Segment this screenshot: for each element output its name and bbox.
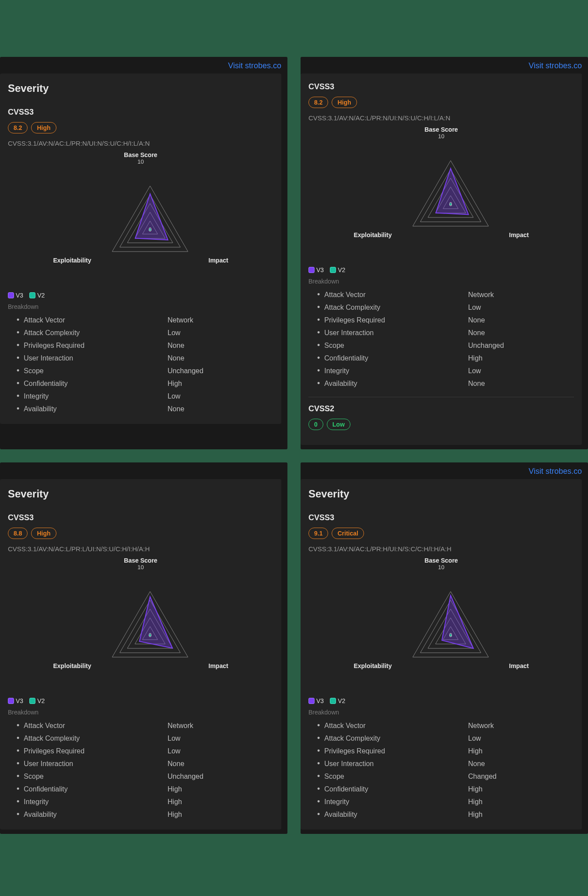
breakdown-label: User Interaction <box>24 760 168 768</box>
breakdown-row: Privileges Required None <box>17 339 273 352</box>
severity-pill: Low <box>327 419 350 430</box>
legend: V3 V2 <box>308 697 574 704</box>
breakdown-value: Unchanged <box>168 773 273 780</box>
swatch-v3-icon <box>308 698 315 704</box>
breakdown-row: Attack Complexity Low <box>317 732 574 745</box>
severity-card: SeverityCVSS3 9.1 Critical CVSS:3.1/AV:N… <box>301 479 582 830</box>
swatch-v2-icon <box>330 267 336 273</box>
legend-v2: V2 <box>330 266 345 273</box>
breakdown-value: Unchanged <box>468 342 574 350</box>
breakdown-row: Availability None <box>17 402 273 415</box>
radar-left-label: Exploitability <box>53 662 91 669</box>
breakdown-label: Integrity <box>324 367 468 375</box>
breakdown-row: Scope Changed <box>317 770 574 783</box>
breakdown-list: Attack Vector Network Attack Complexity … <box>308 288 574 390</box>
breakdown-label: Confidentiality <box>324 354 468 362</box>
radar-chart: 0 <box>93 570 207 684</box>
breakdown-label: Attack Complexity <box>324 735 468 742</box>
breakdown-value: None <box>468 329 574 337</box>
breakdown-value: None <box>168 342 273 350</box>
radar-top-label: Base Score10 <box>308 557 574 570</box>
breakdown-row: User Interaction None <box>317 757 574 770</box>
legend: V3 V2 <box>8 292 273 299</box>
radar-chart: 0 <box>93 165 207 279</box>
swatch-v3-icon <box>8 698 14 704</box>
severity-panel: Visit strobes.coCVSS3 8.2 High CVSS:3.1/… <box>301 57 588 449</box>
cvss-vector: CVSS:3.1/AV:N/AC:L/PR:N/UI:N/S:U/C:H/I:L… <box>308 114 574 122</box>
radar-wrap: Base Score10 Exploitability 0 Impact <box>8 151 273 279</box>
severity-title: Severity <box>308 488 574 500</box>
cvss3-title: CVSS3 <box>8 108 273 117</box>
breakdown-heading: Breakdown <box>308 709 574 716</box>
legend-v3: V3 <box>308 266 324 273</box>
legend: V3 V2 <box>308 266 574 273</box>
svg-text:0: 0 <box>148 632 151 638</box>
breakdown-value: High <box>168 811 273 819</box>
panel-header <box>0 462 287 479</box>
severity-pill: 0 <box>308 419 323 430</box>
pill-row: 8.2 High <box>308 97 574 108</box>
pill-row: 9.1 Critical <box>308 528 574 539</box>
radar-top-label: Base Score10 <box>8 557 273 570</box>
breakdown-row: Attack Complexity Low <box>17 326 273 339</box>
svg-marker-21 <box>139 597 172 648</box>
severity-title: Severity <box>8 82 273 94</box>
severity-card: SeverityCVSS3 8.8 High CVSS:3.1/AV:N/AC:… <box>0 479 281 830</box>
svg-text:0: 0 <box>449 632 452 638</box>
breakdown-row: Integrity High <box>17 795 273 808</box>
visit-link[interactable]: Visit strobes.co <box>528 61 582 70</box>
breakdown-value: None <box>168 760 273 768</box>
breakdown-value: High <box>168 785 273 793</box>
radar-chart: 0 <box>394 570 508 684</box>
breakdown-value: High <box>468 354 574 362</box>
swatch-v3-icon <box>8 292 14 298</box>
radar-top-label: Base Score10 <box>8 151 273 165</box>
breakdown-row: Integrity Low <box>17 390 273 402</box>
breakdown-value: Low <box>468 304 574 312</box>
breakdown-row: Scope Unchanged <box>17 770 273 783</box>
breakdown-value: Low <box>168 735 273 742</box>
breakdown-label: Integrity <box>24 798 168 806</box>
breakdown-row: Integrity Low <box>317 364 574 377</box>
severity-pill: 8.8 <box>8 528 28 539</box>
breakdown-row: Confidentiality High <box>17 783 273 795</box>
legend-v2: V2 <box>29 697 45 704</box>
breakdown-row: User Interaction None <box>17 352 273 364</box>
cvss2-title: CVSS2 <box>308 404 574 413</box>
breakdown-row: User Interaction None <box>17 757 273 770</box>
radar-right-label: Impact <box>209 257 228 264</box>
breakdown-row: User Interaction None <box>317 326 574 339</box>
severity-pill: Critical <box>332 528 364 539</box>
separator <box>308 397 574 397</box>
breakdown-row: Attack Vector Network <box>317 288 574 301</box>
breakdown-value: High <box>468 785 574 793</box>
legend-v3: V3 <box>308 697 324 704</box>
breakdown-list: Attack Vector Network Attack Complexity … <box>8 719 273 821</box>
severity-pill: 8.2 <box>308 97 328 108</box>
breakdown-label: Attack Vector <box>24 722 168 730</box>
panel-header: Visit strobes.co <box>301 57 588 74</box>
breakdown-value: High <box>468 811 574 819</box>
radar-right-label: Impact <box>209 662 228 669</box>
radar-wrap: Base Score10 Exploitability 0 Impact <box>308 126 574 253</box>
severity-pill: 8.2 <box>8 122 28 133</box>
breakdown-value: Network <box>468 291 574 299</box>
severity-pill: High <box>31 122 56 133</box>
breakdown-label: Confidentiality <box>324 785 468 793</box>
cvss-vector: CVSS:3.1/AV:N/AC:L/PR:L/UI:N/S:U/C:H/I:H… <box>8 545 273 553</box>
cvss3-title: CVSS3 <box>308 82 574 91</box>
legend: V3 V2 <box>8 697 273 704</box>
legend-v2: V2 <box>330 697 345 704</box>
visit-link[interactable]: Visit strobes.co <box>528 467 582 476</box>
breakdown-value: Changed <box>468 773 574 780</box>
breakdown-label: Availability <box>324 811 468 819</box>
breakdown-label: User Interaction <box>324 760 468 768</box>
legend-v3: V3 <box>8 292 23 299</box>
radar-left-label: Exploitability <box>53 257 91 264</box>
visit-link[interactable]: Visit strobes.co <box>228 61 281 70</box>
radar-wrap: Base Score10 Exploitability 0 Impact <box>8 557 273 684</box>
breakdown-value: None <box>168 405 273 413</box>
breakdown-row: Attack Vector Network <box>17 719 273 732</box>
breakdown-row: Attack Complexity Low <box>17 732 273 745</box>
radar-left-label: Exploitability <box>354 662 392 669</box>
